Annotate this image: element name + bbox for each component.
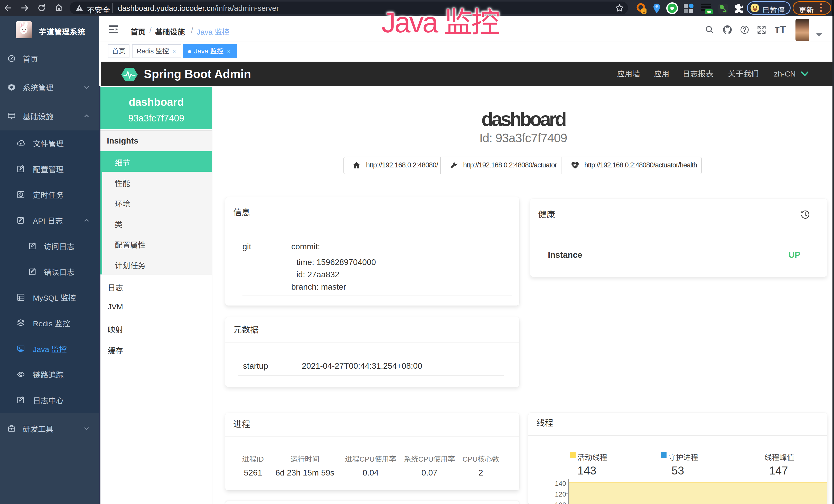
svg-text:1: 1 [643, 9, 645, 13]
svg-text:on: on [707, 10, 711, 14]
